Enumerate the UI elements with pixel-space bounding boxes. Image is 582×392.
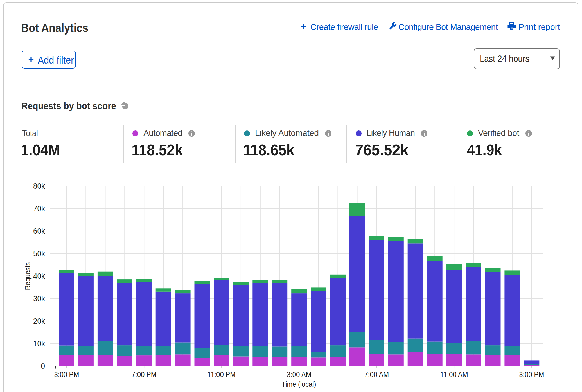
svg-text:40k: 40k — [33, 272, 45, 280]
svg-text:11:00 AM: 11:00 AM — [440, 370, 468, 379]
svg-text:3:00 AM: 3:00 AM — [287, 370, 312, 379]
svg-text:80k: 80k — [33, 182, 45, 190]
svg-text:70k: 70k — [33, 204, 45, 213]
svg-text:11:00 PM: 11:00 PM — [207, 370, 236, 379]
svg-text:3:00 PM: 3:00 PM — [54, 370, 79, 379]
svg-text:30k: 30k — [33, 294, 45, 303]
svg-text:0: 0 — [41, 362, 45, 370]
svg-text:20k: 20k — [33, 317, 45, 325]
svg-text:60k: 60k — [33, 227, 45, 235]
svg-text:Time (local): Time (local) — [282, 380, 316, 388]
svg-text:3:00 PM: 3:00 PM — [519, 370, 544, 379]
svg-text:7:00 AM: 7:00 AM — [364, 370, 389, 379]
svg-text:Requests: Requests — [24, 262, 31, 290]
svg-text:10k: 10k — [33, 339, 45, 348]
svg-text:7:00 PM: 7:00 PM — [132, 370, 157, 379]
svg-text:50k: 50k — [33, 249, 45, 258]
